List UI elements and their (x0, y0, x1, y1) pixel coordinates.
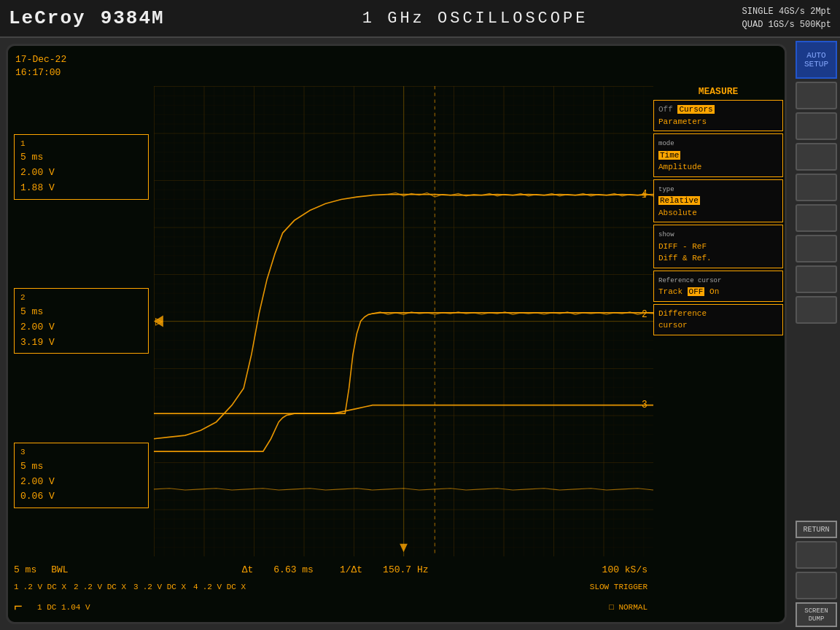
measure-btn-cursors[interactable]: Off Cursors Parameters (653, 100, 783, 131)
show-diff-ref: DIFF - ReF (658, 242, 707, 251)
side-btn-3[interactable] (796, 143, 837, 171)
mode-amplitude: Amplitude (658, 163, 701, 171)
cursor-off-label: Off (658, 105, 677, 114)
diff-cursor-line2: cursor (658, 321, 688, 330)
svg-text:1: 1 (642, 191, 647, 200)
ref-cursor-label-small: Reference cursor (658, 277, 721, 284)
parameters-label: Parameters (658, 117, 707, 126)
channel-boxes: 1 5 ms 2.00 V 1.88 V 2 5 ms 2.00 V 3.19 … (14, 86, 149, 556)
main-area: 17-Dec-22 16:17:00 (0, 38, 840, 630)
ch2-num: 2 (20, 292, 142, 305)
screen-inner: 17-Dec-22 16:17:00 (8, 46, 785, 622)
sample-rate: 100 kS/s (602, 564, 648, 575)
top-header: LeCroy 9384M 1 GHz OSCILLOSCOPE SINGLE 4… (0, 0, 840, 38)
bwl-label: BWL (51, 564, 68, 575)
ch3-timebase: 5 ms (20, 459, 142, 475)
channel-box-1: 1 5 ms 2.00 V 1.88 V (14, 134, 149, 200)
ch1-offset: 1.88 V (20, 181, 142, 196)
screen-measure-panel: MEASURE Off Cursors Parameters mode Time… (653, 86, 783, 556)
ch-indicator-row: 1 .2 V DC X 2 .2 V DC X 3 .2 V DC X 4 .2… (14, 583, 246, 591)
type-relative-highlight: Relative (658, 196, 700, 205)
ref-off-highlight: OFF (688, 287, 705, 296)
channel-box-2: 2 5 ms 2.00 V 3.19 V (14, 288, 149, 354)
grid-area: 4 2 3 ▷ 1 (154, 86, 653, 556)
side-btn-7[interactable] (796, 265, 837, 293)
scope-screen: 17-Dec-22 16:17:00 (6, 44, 787, 624)
type-label-small: type (658, 186, 674, 193)
measure-btn-mode[interactable]: mode Time Amplitude (653, 133, 783, 177)
auto-setup-btn[interactable]: AUTO SETUP (796, 41, 837, 79)
measure-btn-type[interactable]: type Relative Absolute (653, 179, 783, 223)
side-btn-6[interactable] (796, 235, 837, 262)
bottom-row-1: 5 ms BWL Δt 6.63 ms 1/Δt 150.7 Hz 100 kS… (14, 564, 648, 575)
specs-block: SINGLE 4GS/s 2Mpt QUAD 1GS/s 500Kpt (742, 5, 831, 31)
ch2-volts: 2.00 V (20, 320, 142, 335)
side-btn-9[interactable] (796, 541, 837, 569)
delta-t-val: 6.63 ms (273, 564, 314, 575)
cursor-highlight: Cursors (677, 105, 714, 114)
ch3-offset: 0.06 V (20, 489, 142, 505)
bottom-row-3: ⌐ 1 DC 1.04 V □ NORMAL (14, 599, 648, 615)
side-btn-1[interactable] (796, 82, 837, 109)
freq-label: 1/Δt (340, 564, 362, 575)
model-name: 9384M (101, 7, 165, 29)
diff-cursor-line1: Difference (658, 309, 707, 318)
slow-trigger-label: SLOW TRIGGER (590, 583, 648, 591)
delta-t-label: Δt (242, 564, 254, 575)
normal-trigger: □ NORMAL (609, 603, 648, 612)
trigger-symbol: ⌐ (14, 599, 23, 615)
side-btn-10[interactable] (796, 572, 837, 599)
ch3-num: 3 (20, 446, 142, 459)
mode-label-small: mode (658, 140, 674, 147)
measure-btn-ref-cursor[interactable]: Reference cursor Track OFF On (653, 271, 783, 302)
show-label-small: show (658, 231, 674, 238)
side-btn-4[interactable] (796, 174, 837, 201)
channel-box-3: 3 5 ms 2.00 V 0.06 V (14, 443, 149, 508)
side-btn-5[interactable] (796, 204, 837, 232)
mode-time-highlight: Time (658, 151, 680, 160)
ch3-volts: 2.00 V (20, 475, 142, 490)
brand-name: LeCroy (9, 7, 86, 29)
side-btn-8[interactable] (796, 296, 837, 324)
svg-text:▷: ▷ (155, 316, 163, 328)
ch2-timebase: 5 ms (20, 305, 142, 320)
measure-btn-show[interactable]: show DIFF - ReF Diff & Ref. (653, 225, 783, 268)
right-side-panel: AUTO SETUP RETURN SCREEN DUMP (793, 38, 840, 630)
datetime: 17-Dec-22 16:17:00 (15, 53, 66, 79)
ch2-offset: 3.19 V (20, 335, 142, 351)
ch1-timebase: 5 ms (20, 150, 142, 166)
screen-dump-btn[interactable]: SCREEN DUMP (796, 602, 837, 627)
side-btn-2[interactable] (796, 112, 837, 140)
measure-title: MEASURE (653, 86, 783, 97)
return-btn[interactable]: RETURN (796, 521, 837, 538)
type-absolute: Absolute (658, 209, 697, 217)
measure-btn-diff-cursor[interactable]: Difference cursor (653, 304, 783, 335)
timebase-label: 5 ms (14, 564, 36, 575)
freq-val: 150.7 Hz (383, 564, 428, 575)
grid-svg: 4 2 3 ▷ 1 (154, 86, 653, 556)
trigger-label: 1 DC 1.04 V (37, 603, 90, 612)
bottom-row-2: 1 .2 V DC X 2 .2 V DC X 3 .2 V DC X 4 .2… (14, 583, 648, 591)
bottom-bar: 5 ms BWL Δt 6.63 ms 1/Δt 150.7 Hz 100 kS… (8, 558, 653, 622)
svg-text:2: 2 (642, 308, 648, 320)
ch1-num: 1 (20, 138, 142, 151)
show-diff-and-ref: Diff & Ref. (658, 254, 712, 262)
svg-text:3: 3 (642, 400, 648, 411)
ch1-volts: 2.00 V (20, 166, 142, 181)
ref-on-label: On (709, 287, 719, 296)
scope-title: 1 GHz OSCILLOSCOPE (209, 9, 742, 28)
ref-track-label: Track (658, 287, 688, 296)
